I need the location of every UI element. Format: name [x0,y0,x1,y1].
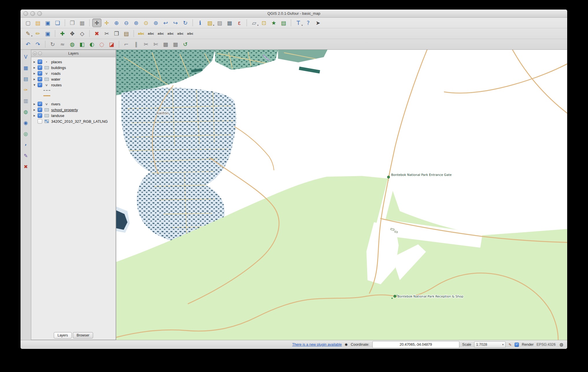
open-attribute-table-button[interactable]: ▦ [225,18,234,27]
draw-icon[interactable]: ✎ [509,343,512,347]
fill-ring-button[interactable]: ◐ [87,40,97,49]
composer-manager-button[interactable]: ▦ [77,18,87,27]
simplify-feature-button[interactable]: ≈ [58,40,67,49]
toggle-editing-button[interactable]: ✏ [33,29,42,38]
crs-status-icon[interactable]: ◍ [559,342,564,347]
title-bar[interactable]: QGIS 2.0.1-Dufour - basic_map [21,10,567,18]
coordinate-input[interactable] [372,341,459,348]
split-parts-button[interactable]: ✄ [151,40,160,49]
delete-part-button[interactable]: ◪ [107,40,116,49]
layer-visibility-checkbox[interactable] [38,119,42,124]
add-raster-layer-button[interactable]: ▦ [21,64,30,72]
map-tips-button[interactable]: ⊡ [259,18,269,27]
merge-features-button[interactable]: ▩ [161,40,170,49]
new-print-composer-button[interactable]: ❐ [68,18,77,27]
show-bookmarks-button[interactable]: ▤ [279,18,288,27]
layer-item-landuse[interactable]: ▶landuse [31,113,116,118]
save-project-as-button[interactable]: ❏ [53,18,62,27]
map-canvas[interactable]: Railton Bontebok National Park Entrance … [116,50,567,340]
move-feature-button[interactable]: ✥ [68,29,77,38]
layer-visibility-checkbox[interactable] [38,71,42,76]
measure-button[interactable]: ▱▾ [249,18,259,27]
rotate-label-button[interactable]: abc [176,29,185,38]
zoom-in-button[interactable]: ⊕ [112,18,121,27]
delete-selected-button[interactable]: ✖ [92,29,101,38]
identify-features-button[interactable]: ℹ [195,18,205,27]
add-vector-layer-button[interactable]: V [21,53,30,61]
select-features-button[interactable]: ▧▾ [205,18,215,27]
save-project-button[interactable]: ▣ [43,18,52,27]
deselect-features-button[interactable]: ▨ [215,18,224,27]
expand-arrow-icon[interactable]: ▶ [34,109,38,111]
field-calculator-button[interactable]: ε [235,18,244,27]
layer-item-rivers[interactable]: ▶rivers [31,101,116,107]
rotate-feature-button[interactable]: ↻ [48,40,57,49]
layer-visibility-checkbox[interactable] [38,102,42,106]
reshape-features-button[interactable]: ⌐ [122,40,131,49]
layer-item-school-property[interactable]: ▶school_property [31,107,116,113]
new-shapefile-layer-button[interactable]: ✎ [21,151,30,160]
paste-features-button[interactable]: ▤ [122,29,131,38]
zoom-last-button[interactable]: ↩ [161,18,170,27]
add-part-button[interactable]: ◧ [77,40,87,49]
layer-visibility-checkbox[interactable] [38,113,42,118]
tab-layers[interactable]: Layers [54,332,72,338]
expand-arrow-icon[interactable]: ▶ [34,66,38,69]
layer-item-roads[interactable]: ▶roads [31,70,116,76]
collapse-arrow-icon[interactable]: ▼ [34,84,38,86]
add-postgis-layer-button[interactable]: ▤ [21,75,30,83]
save-layer-edits-button[interactable]: ▣ [43,29,52,38]
cut-features-button[interactable]: ✂ [102,29,111,38]
add-ring-button[interactable]: ◍ [68,40,77,49]
plugin-icon[interactable]: ✱ [345,343,348,347]
add-delimited-text-layer-button[interactable]: , [21,140,30,149]
layer-item-3420c-2010-327-rgb-latlng[interactable]: 3420C_2010_327_RGB_LATLNG [31,118,116,124]
zoom-full-button[interactable]: ⊛ [132,18,141,27]
pan-map-button[interactable]: ✛ [92,18,101,27]
text-annotation-button[interactable]: T▾ [294,18,303,27]
layers-panel-header[interactable]: × ◦ Layers [31,50,116,57]
layer-item-buildings[interactable]: ▶buildings [31,65,116,70]
add-mssql-layer-button[interactable]: ▥ [21,96,30,105]
map-svg[interactable]: Railton Bontebok National Park Entrance … [116,50,567,340]
layer-visibility-checkbox[interactable] [38,65,42,70]
scale-combo[interactable]: 1:7028 ▾ [474,341,506,348]
new-project-button[interactable]: ▢ [23,18,33,27]
layer-visibility-checkbox[interactable] [38,107,42,112]
current-edits-button[interactable]: ✎▾ [23,29,33,38]
add-wcs-layer-button[interactable]: ◉ [21,118,30,127]
pin-labels-button[interactable]: abc [146,29,156,38]
split-features-button[interactable]: ✂ [141,40,151,49]
render-checkbox[interactable] [515,343,519,347]
tab-browser[interactable]: Browser [73,332,93,338]
expand-arrow-icon[interactable]: ▶ [34,72,38,75]
expand-arrow-icon[interactable]: ▶ [34,114,38,117]
merge-attributes-button[interactable]: ▦ [171,40,180,49]
delete-ring-button[interactable]: ◌ [97,40,106,49]
remove-layer-button[interactable]: ✖ [21,162,30,171]
zoom-out-button[interactable]: ⊖ [122,18,131,27]
add-feature-button[interactable]: ✚ [58,29,67,38]
add-spatialite-layer-button[interactable]: ✑ [21,85,30,94]
layer-item-routes[interactable]: ▼routes [31,82,116,88]
zoom-to-layer-button[interactable]: ⊚ [151,18,160,27]
expand-arrow-icon[interactable]: ▶ [34,61,38,63]
expand-arrow-icon[interactable]: ▶ [34,78,38,81]
add-wfs-layer-button[interactable]: ◎ [21,129,30,138]
undo-button[interactable]: ↶ [23,40,33,49]
whats-this-button[interactable]: ➤ [313,18,323,27]
plugin-available-link[interactable]: There is a new plugin available [292,343,342,347]
layer-visibility-checkbox[interactable] [38,83,42,87]
change-label-button[interactable]: abc [186,29,195,38]
zoom-next-button[interactable]: ↪ [171,18,180,27]
zoom-to-selection-button[interactable]: ⊙ [141,18,151,27]
labeling-options-button[interactable]: abc [136,29,146,38]
add-wms-layer-button[interactable]: ◍ [21,107,30,116]
offset-curve-button[interactable]: ∥ [132,40,141,49]
expand-arrow-icon[interactable]: ▶ [34,103,38,105]
highlight-pinned-labels-button[interactable]: abc [156,29,165,38]
move-label-button[interactable]: abc [166,29,175,38]
refresh-map-button[interactable]: ↻ [181,18,190,27]
pan-to-selection-button[interactable]: ✛ [102,18,111,27]
layer-visibility-checkbox[interactable] [38,77,42,81]
